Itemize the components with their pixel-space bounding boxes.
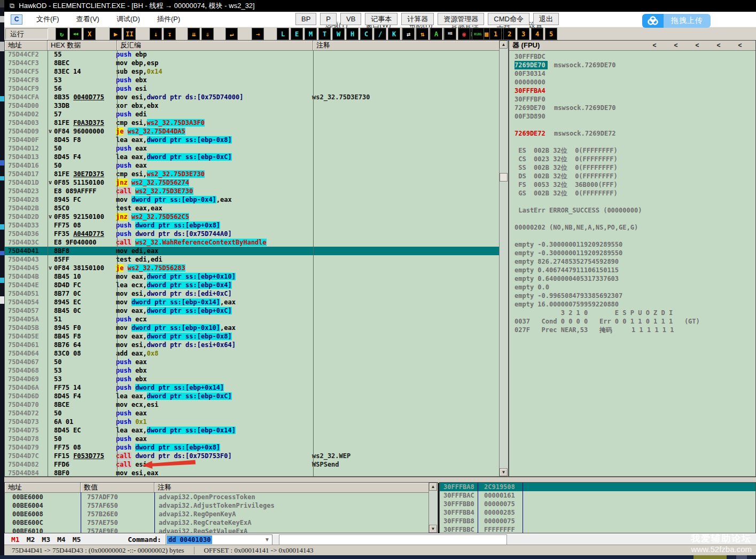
stack-row[interactable]: 30FFFBB000000075 <box>440 500 755 508</box>
disasm-row[interactable]: 75D44D4385FFtest edi,edi <box>5 255 500 264</box>
disasm-row[interactable]: 75D44CF956push esi <box>5 84 500 93</box>
menu-item-view[interactable]: 查看(V) <box>68 12 108 27</box>
run-icon[interactable]: ▶ <box>110 28 122 40</box>
close-icon[interactable]: X <box>83 28 96 40</box>
chevron-down-icon[interactable]: ▼ <box>264 537 270 542</box>
menu-item-plugins[interactable]: 插件(P) <box>149 12 189 27</box>
disasm-row[interactable]: 75D44D23E8 089AFFFFcall ws2_32.75D3E730 <box>5 187 500 195</box>
disasm-row[interactable]: 75D44D758D45 EClea eax,dword ptr ss:[ebp… <box>5 426 500 435</box>
drag-upload-overlay[interactable]: 拖拽上传 <box>642 14 711 28</box>
stack-row[interactable]: 30FFFBB400000285 <box>440 508 755 517</box>
dump-row[interactable]: 00BE6000757ADF70advapi32.OpenProcessToke… <box>5 493 438 501</box>
column-divider[interactable] <box>117 50 118 476</box>
step-into-icon[interactable]: ↓ <box>150 28 162 40</box>
stack-row[interactable]: 30FFFBB800000075 <box>440 517 755 525</box>
disasm-row[interactable]: 75D44D6AFF75 14push dword ptr ss:[ebp+0x… <box>5 383 500 392</box>
trace-into-icon[interactable]: ⇊ <box>188 28 200 40</box>
column-divider[interactable] <box>48 50 48 476</box>
disasm-row[interactable]: 75D44D79FF75 08push dword ptr ss:[ebp+0x… <box>5 443 500 452</box>
collapse-chevron-icon[interactable]: < <box>693 42 701 49</box>
launcher-button-bp[interactable]: BP <box>295 13 316 25</box>
disasm-row[interactable]: 75D44D33FF75 08push dword ptr ss:[ebp+0x… <box>5 221 500 230</box>
disasm-row[interactable]: 75D44D2Dv0F85 92150100jnz ws2_32.75D562C… <box>5 212 500 221</box>
launcher-button-记事本[interactable]: 记事本 <box>365 13 398 25</box>
register-row[interactable]: 7269DE72mswsock.7269DE72 <box>509 129 755 138</box>
disasm-row[interactable]: 75D44D82FFD6call esiWSPSend <box>5 460 500 469</box>
register-row[interactable]: 0037 Cond 0 0 0 0 Err 0 0 1 1 0 1 1 1 (G… <box>509 317 755 326</box>
disasm-row[interactable]: 75D44D2B85C0test eax,eax <box>5 204 500 212</box>
pause-icon[interactable]: II <box>123 28 136 40</box>
disassembly-scrollbar[interactable]: ▲ ▼ <box>499 41 508 476</box>
menu-item-debug[interactable]: 调试(D) <box>108 12 149 27</box>
register-row[interactable]: 00F3D890 <box>509 112 755 121</box>
collapse-chevron-icon[interactable]: < <box>672 42 680 49</box>
register-row[interactable]: FS 0053 32位 36B000(FFF) <box>509 180 755 189</box>
register-row[interactable]: SS 002B 32位 0(FFFFFFFF) <box>509 163 755 172</box>
tab-m3[interactable]: M3 <box>42 536 50 544</box>
launcher-button-资源管理器[interactable]: 资源管理器 <box>438 13 484 25</box>
register-row[interactable]: GS 002B 32位 0(FFFFFFFF) <box>509 189 755 198</box>
disasm-row[interactable]: 75D44D5B8945 F0mov dword ptr ss:[ebp-0x1… <box>5 324 500 332</box>
disasm-row[interactable]: 75D44CF853push ebx <box>5 76 500 84</box>
register-row[interactable]: 7269DE70mswsock.7269DE70 <box>509 61 755 69</box>
close-back-icon[interactable]: ◀◀ <box>69 28 82 40</box>
register-row[interactable]: 027F Prec NEAR,53 掩码 1 1 1 1 1 1 <box>509 326 755 334</box>
stack-row[interactable]: 30FFFBAC00000161 <box>440 491 755 500</box>
memory-window-icon[interactable]: M <box>305 28 317 40</box>
step-over-icon[interactable]: ↧ <box>163 28 176 40</box>
register-row[interactable]: 30FFFBA4 <box>509 86 755 95</box>
command-secondary-field[interactable] <box>279 534 507 545</box>
menu-item-file[interactable]: 文件(F) <box>28 12 68 27</box>
disasm-row[interactable]: 75D44D4E8D4D FClea ecx,dword ptr ss:[ebp… <box>5 281 500 289</box>
launcher-button-cmd命令[interactable]: CMD命令 <box>488 13 529 25</box>
disasm-row[interactable]: 75D44D1650push eax <box>5 161 500 170</box>
register-row[interactable]: empty 0.6400000405317337603 <box>509 274 755 283</box>
column-divider[interactable] <box>313 50 314 476</box>
disasm-row[interactable]: 75D44D518B77 0Cmov esi,dword ptr ds:[edi… <box>5 289 500 298</box>
disasm-row[interactable]: 75D44D7250push eax <box>5 409 500 418</box>
register-row[interactable]: CS 0023 32位 0(FFFFFFFF) <box>509 155 755 163</box>
dump-row[interactable]: 00BE6010757AE9E0advapi32.RegSetValueExA <box>5 527 438 533</box>
disasm-row[interactable]: 75D44D578B45 0Cmov eax,dword ptr ss:[ebp… <box>5 306 500 315</box>
disasm-row[interactable]: 75D44D0F8D45 F8lea eax,dword ptr ss:[ebp… <box>5 136 500 144</box>
executables-window-icon[interactable]: E <box>291 28 303 40</box>
disasm-row[interactable]: 75D44D0033DBxor ebx,ebx <box>5 101 500 110</box>
disasm-row[interactable]: 75D44D6483C0 08add eax,0x8 <box>5 349 500 358</box>
register-row[interactable]: empty -0.3000000119209289550 <box>509 249 755 257</box>
disasm-row[interactable]: 75D44D0381FE F0A3D375cmp esi,ws2_32.75D3… <box>5 119 500 127</box>
dump-row[interactable]: 00BE600C757AE750advapi32.RegCreateKeyExA <box>5 518 438 527</box>
disasm-row[interactable]: 75D44D6953push ebx <box>5 375 500 383</box>
disasm-row[interactable]: 75D44D708BCEmov ecx,esi <box>5 400 500 409</box>
launcher-button-计算器[interactable]: 计算器 <box>401 13 434 25</box>
tab-m2[interactable]: M2 <box>27 536 35 544</box>
register-row[interactable]: 00F30314 <box>509 69 755 78</box>
launcher-button-vb[interactable]: VB <box>340 13 361 25</box>
mdi-child-system-icon[interactable]: C <box>11 14 22 25</box>
disasm-row[interactable]: 75D44CF255push ebp <box>5 50 500 59</box>
register-row[interactable]: empty 826.27485352754592890 <box>509 257 755 266</box>
register-row[interactable]: 00000000 <box>509 78 755 86</box>
register-row[interactable]: empty 0.0 <box>509 283 755 292</box>
log-window-icon[interactable]: L <box>277 28 289 40</box>
disasm-row[interactable]: 75D44CFA8B35 0040D775mov esi,dword ptr d… <box>5 93 500 101</box>
trace-over-icon[interactable]: ⇓ <box>201 28 214 40</box>
disasm-row[interactable]: 75D44D5E8B45 F8mov eax,dword ptr ss:[ebp… <box>5 332 500 341</box>
stack-row[interactable]: 30FFFBBCFFFFFFFF <box>440 525 755 533</box>
command-input[interactable]: dd 00401030 ▼ <box>166 534 272 545</box>
collapse-chevron-icon[interactable]: < <box>736 42 744 49</box>
disasm-row[interactable]: 75D44D6750push eax <box>5 358 500 366</box>
disasm-row[interactable]: 75D44D36FF35 A044D775push dword ptr ds:[… <box>5 230 500 238</box>
disasm-row[interactable]: 75D44D45v0F84 38150100je ws2_32.75D56283 <box>5 264 500 272</box>
disasm-row[interactable]: 75D44D288945 FCmov dword ptr ss:[ebp-0x4… <box>5 195 500 204</box>
stack-row[interactable]: 30FFFBA82C919508 <box>440 483 755 491</box>
register-row[interactable]: empty -0.9965084793385692307 <box>509 292 755 300</box>
disasm-row[interactable]: 75D44D1250push eax <box>5 144 500 153</box>
launcher-button-退出[interactable]: 退出 <box>533 13 559 25</box>
restart-icon[interactable]: ↻ <box>56 28 68 40</box>
collapse-chevron-icon[interactable]: < <box>715 42 722 49</box>
register-row[interactable]: empty 0.4067447911106150115 <box>509 266 755 274</box>
scroll-down-button[interactable]: ▼ <box>429 525 437 533</box>
register-row[interactable]: empty -0.3000000119209289550 <box>509 240 755 249</box>
tab-m1[interactable]: M1 <box>11 536 20 544</box>
collapse-chevron-icon[interactable]: < <box>651 42 658 49</box>
